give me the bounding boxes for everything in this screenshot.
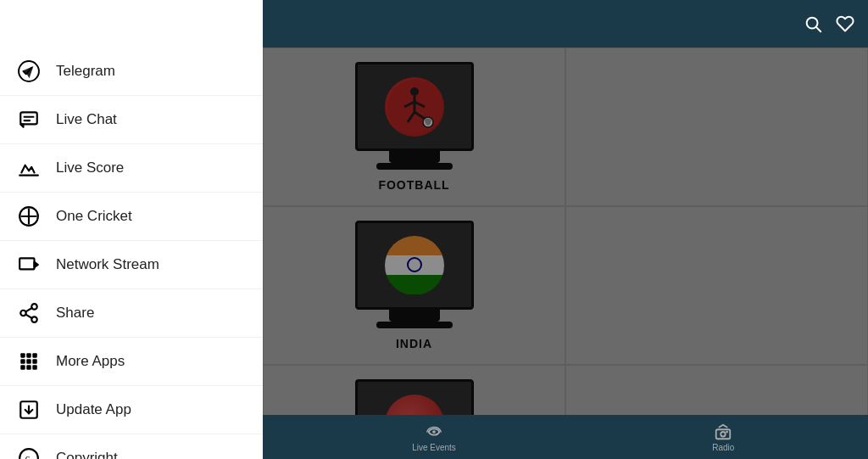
svg-rect-23 <box>20 365 25 369</box>
sidebar-item-live-chat[interactable]: Live Chat <box>0 96 263 144</box>
svg-rect-17 <box>20 353 25 357</box>
cricket-icon <box>17 204 41 228</box>
search-icon[interactable] <box>804 14 822 33</box>
live-events-label: Live Events <box>412 443 456 452</box>
svg-point-47 <box>432 430 436 434</box>
svg-rect-18 <box>26 353 31 357</box>
bottom-nav-radio[interactable]: Radio <box>579 415 868 459</box>
svg-point-49 <box>721 432 726 437</box>
live-events-icon <box>425 423 443 441</box>
sidebar-item-copyright-label: Copyright <box>56 450 118 459</box>
sidebar-item-more-apps[interactable]: More Apps <box>0 338 263 386</box>
sidebar-item-update-app-label: Update App <box>56 401 131 418</box>
svg-rect-10 <box>19 258 34 269</box>
svg-text:c: c <box>25 452 30 459</box>
sidebar-item-telegram-label: Telegram <box>56 63 115 80</box>
update-icon <box>17 398 41 422</box>
svg-rect-22 <box>32 359 36 363</box>
chat-icon <box>17 108 41 132</box>
share-icon <box>17 301 41 325</box>
svg-rect-3 <box>20 112 37 124</box>
svg-rect-24 <box>26 365 31 369</box>
sidebar-item-more-apps-label: More Apps <box>56 353 125 370</box>
svg-rect-21 <box>26 359 31 363</box>
score-icon <box>17 156 41 180</box>
sidebar: Telegram Live Chat Live Score <box>0 0 263 459</box>
sidebar-item-live-chat-label: Live Chat <box>56 111 117 128</box>
sidebar-item-one-cricket-label: One Cricket <box>56 208 132 225</box>
sidebar-item-update-app[interactable]: Update App <box>0 386 263 434</box>
svg-line-1 <box>816 27 821 31</box>
sidebar-item-live-score[interactable]: Live Score <box>0 144 263 193</box>
stream-icon <box>17 253 41 277</box>
svg-rect-25 <box>32 365 36 369</box>
sidebar-item-live-score-label: Live Score <box>56 160 124 176</box>
svg-marker-11 <box>35 262 38 268</box>
copyright-icon: c <box>17 446 41 459</box>
sidebar-item-share[interactable]: Share <box>0 289 263 338</box>
radio-label: Radio <box>712 443 734 452</box>
svg-rect-20 <box>20 359 25 363</box>
svg-rect-19 <box>32 353 36 357</box>
svg-rect-48 <box>716 429 731 439</box>
sidebar-item-one-cricket[interactable]: One Cricket <box>0 193 263 241</box>
telegram-icon <box>17 59 41 83</box>
sidebar-item-telegram[interactable]: Telegram <box>0 48 263 96</box>
sidebar-item-share-label: Share <box>56 305 94 322</box>
svg-line-16 <box>25 308 31 311</box>
svg-line-15 <box>25 315 31 318</box>
apps-icon <box>17 350 41 373</box>
favorite-icon[interactable] <box>836 14 854 33</box>
bottom-nav-live-events[interactable]: Live Events <box>289 415 578 459</box>
radio-icon <box>714 423 732 441</box>
sidebar-item-network-stream[interactable]: Network Stream <box>0 241 263 289</box>
sidebar-item-network-stream-label: Network Stream <box>56 256 159 273</box>
sidebar-item-copyright[interactable]: c Copyright <box>0 434 263 459</box>
